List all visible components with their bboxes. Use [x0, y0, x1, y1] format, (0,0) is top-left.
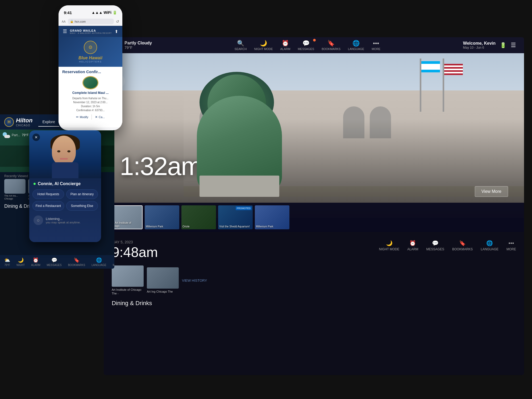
- phone-status-icons: ▲▲▲ WiFi 🔋: [92, 10, 117, 15]
- tv-bottom-header: MAY 5, 2023 9:48am 🌙 NIGHT MODE ⏰ ALARM …: [112, 240, 516, 260]
- recently-thumb-art: [112, 265, 144, 287]
- tv-nav-language[interactable]: 🌐 LANGUAGE: [348, 40, 364, 51]
- tv-bottom-night-mode[interactable]: 🌙 NIGHT MODE: [379, 240, 399, 251]
- hilton-logo-area: H Hilton CHICAGO: [4, 117, 32, 127]
- ai-btn-plan-itinerary[interactable]: Plan an Itinerary: [66, 189, 98, 199]
- message-badge: [313, 39, 316, 41]
- ai-name-section: Connie, AI Concierge: [29, 178, 101, 188]
- tv-bottom-nav: 🌙 NIGHT MODE ⏰ ALARM 💬 MESSAGES 🔖 BOOKMA…: [379, 240, 516, 251]
- recently-item-art[interactable]: Art Institute of Chicago The -: [112, 265, 144, 296]
- ai-avatar: [52, 136, 78, 173]
- tablet-bookmarks-icon: 🔖: [74, 257, 80, 263]
- hilton-logo-icon: H: [4, 117, 14, 127]
- promoted-badge: PROMOTED: [236, 206, 252, 210]
- carousel-item-oriole[interactable]: Oriole: [181, 205, 216, 229]
- reservation-actions: ✏ Modify ✕ Ca...: [62, 114, 119, 120]
- tablet-bottom-language[interactable]: 🌐 LANGUAGE: [92, 257, 106, 267]
- tv-screen: Partly Cloudy 79°F 🔍 SEARCH 🌙 NIGHT MODE…: [104, 37, 524, 375]
- tablet-recently-art[interactable]: The Art Ins...Chicago: [4, 179, 26, 200]
- bottom-messages-icon: 💬: [432, 240, 439, 246]
- ai-left-eye: [57, 150, 60, 152]
- search-icon: 🔍: [237, 40, 244, 47]
- tv-nav-more[interactable]: ••• MORE: [372, 40, 380, 51]
- phone-content: ☰ GRAND WAILEA MAUI · A WALDORF ASTORIA …: [59, 26, 122, 127]
- art-institute-background: [104, 53, 524, 218]
- tablet-night-icon: 🌙: [18, 257, 24, 263]
- tv-bottom-more[interactable]: ••• MORE: [506, 240, 516, 251]
- share-icon[interactable]: ⬆: [115, 29, 118, 34]
- bottom-more-icon: •••: [508, 240, 514, 246]
- tablet-nav-explore[interactable]: Explore: [38, 118, 59, 127]
- tour-duration: Duration: 1h 5m: [62, 104, 119, 108]
- messages-icon: 💬: [302, 40, 310, 47]
- carousel-item-shedd[interactable]: PROMOTED Visit the Shedd Aquarium!: [218, 205, 253, 229]
- grand-wailea-logo: GRAND WAILEA MAUI · A WALDORF ASTORIA RE…: [70, 29, 112, 34]
- phone-url-bar[interactable]: 🔒 hcn.com: [68, 19, 114, 24]
- carousel-item-millennium[interactable]: Millenium Park: [145, 205, 179, 229]
- tablet-bottom-messages[interactable]: 💬 MESSAGES: [47, 257, 62, 267]
- modify-button[interactable]: ✏ Modify: [76, 114, 88, 120]
- hamburger-menu-icon[interactable]: ☰: [63, 28, 67, 34]
- view-history-link[interactable]: VIEW HISTORY: [182, 276, 207, 285]
- ai-close-button[interactable]: ✕: [32, 134, 40, 141]
- bottom-alarm-icon: ⏰: [409, 240, 416, 246]
- recently-thumb-art2: [147, 267, 179, 289]
- hilton-name: Hilton CHICAGO: [16, 117, 32, 127]
- dining-section: Dining & Drinks: [112, 300, 516, 307]
- carousel-item-millennium2[interactable]: Millenium Park: [255, 205, 289, 229]
- tv-nav-search[interactable]: 🔍 SEARCH: [235, 40, 247, 51]
- phone-status-bar: 9:41 ▲▲▲ WiFi 🔋: [59, 5, 122, 17]
- reservation-area: Reservation Confir... Complete Island Ma…: [59, 67, 122, 122]
- cancel-button[interactable]: ✕ Ca...: [95, 114, 105, 120]
- tv-bottom-bookmarks[interactable]: 🔖 BOOKMARKS: [452, 240, 473, 251]
- tv-nav-messages[interactable]: 💬 MESSAGES: [298, 40, 314, 51]
- tv-bottom-alarm[interactable]: ⏰ ALARM: [407, 240, 418, 251]
- phone-app-header: ☰ GRAND WAILEA MAUI · A WALDORF ASTORIA …: [59, 26, 122, 37]
- tablet-weather-icon: [3, 132, 10, 138]
- hamburger-icon[interactable]: ☰: [511, 42, 516, 49]
- microphone-icon[interactable]: ○: [34, 215, 43, 225]
- night-mode-icon: 🌙: [260, 40, 267, 47]
- ai-btn-something-else[interactable]: Something Else: [66, 201, 98, 211]
- hero-time: 1:32am: [120, 152, 202, 181]
- hero-gradient: [104, 53, 524, 218]
- tablet-alarm-icon: ⏰: [33, 257, 39, 263]
- tablet-weather-icon-nav: ⛅: [4, 257, 10, 263]
- tablet-bottom-bar: ⛅ 79°F 🌙 NIGHT ⏰ ALARM 💬 MESSAGES 🔖 BOOK…: [0, 255, 114, 269]
- refresh-icon[interactable]: ↺: [116, 19, 119, 24]
- tv-bottom: MAY 5, 2023 9:48am 🌙 NIGHT MODE ⏰ ALARM …: [104, 232, 524, 375]
- recently-item-art2[interactable]: Art Ing Chicago The: [147, 267, 179, 293]
- cancel-icon: ✕: [95, 115, 98, 119]
- phone-browser-bar: AA 🔒 hcn.com ↺: [59, 17, 122, 26]
- wifi-icon: WiFi: [104, 10, 111, 15]
- alarm-icon: ⏰: [282, 40, 289, 47]
- tablet-recently-art-img: [4, 179, 26, 194]
- ai-active-dot: [34, 183, 36, 185]
- language-icon: 🌐: [352, 40, 360, 47]
- tv-nav-bookmarks[interactable]: 🔖 BOOKMARKS: [322, 40, 340, 51]
- tablet-bottom-weather: ⛅ 79°F: [4, 257, 10, 267]
- tv-bottom-messages[interactable]: 💬 MESSAGES: [426, 240, 444, 251]
- confirmation-number: Confirmation #: 63793...: [62, 108, 119, 112]
- tv-hero: 🏠 1:32am View More: [104, 53, 524, 218]
- tablet-bottom-night[interactable]: 🌙 NIGHT: [16, 257, 25, 267]
- tv-nav-night-mode[interactable]: 🌙 NIGHT MODE: [254, 40, 273, 51]
- ai-btn-hotel-requests[interactable]: Hotel Requests: [32, 189, 64, 199]
- bottom-bookmarks-icon: 🔖: [459, 240, 466, 246]
- tv-nav-alarm[interactable]: ⏰ ALARM: [280, 40, 290, 51]
- tablet-weather: Part... 79°F: [3, 132, 29, 138]
- view-more-button[interactable]: View More: [475, 186, 508, 197]
- tablet-bottom-more[interactable]: ••• MORE: [113, 257, 114, 267]
- ai-btn-find-restaurant[interactable]: Find a Restaurant: [32, 201, 64, 211]
- tablet-messages-icon: 💬: [51, 257, 57, 263]
- ai-action-buttons: Hotel Requests Plan an Itinerary Find a …: [29, 188, 101, 212]
- tablet-bottom-alarm[interactable]: ⏰ ALARM: [31, 257, 40, 267]
- tablet-language-icon: 🌐: [96, 257, 102, 263]
- tour-thumbnail: [82, 76, 98, 89]
- tablet-bottom-bookmarks[interactable]: 🔖 BOOKMARKS: [68, 257, 85, 267]
- bottom-night-icon: 🌙: [386, 240, 393, 246]
- weather-text: Partly Cloudy 79°F: [124, 41, 152, 50]
- ai-concierge-panel: ✕ ‹ EN Connie, AI Concierge Hotel Reques…: [29, 130, 101, 242]
- tv-nav-icons: 🔍 SEARCH 🌙 NIGHT MODE ⏰ ALARM 💬 MESSAGES…: [235, 40, 381, 51]
- tv-bottom-language[interactable]: 🌐 LANGUAGE: [481, 240, 498, 251]
